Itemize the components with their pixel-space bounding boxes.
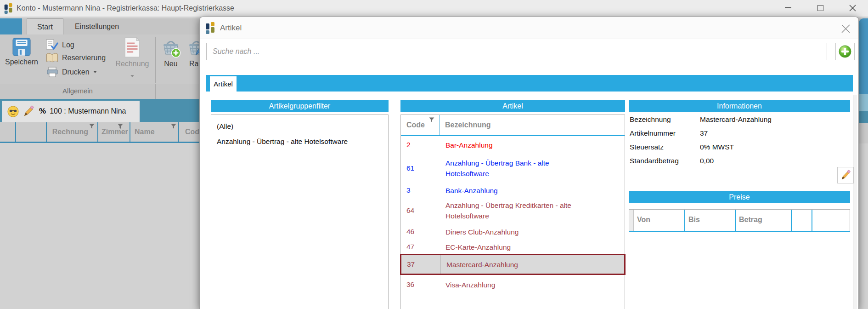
- grid-col-rechnung-label: Rechnung: [52, 128, 88, 136]
- smiley-icon: [7, 106, 19, 117]
- article-row[interactable]: 36 Visa-Anzahlung: [401, 275, 625, 294]
- chevron-down-icon: [130, 75, 134, 77]
- print-button[interactable]: Drucken: [46, 67, 97, 77]
- col-bezeichnung-header[interactable]: Bezeichnung: [440, 115, 625, 135]
- log-label: Log: [62, 41, 74, 49]
- invoice-button[interactable]: Rechnung: [110, 37, 154, 79]
- dialog-tabstrip: Artikel: [206, 75, 853, 92]
- maximize-button[interactable]: [810, 0, 830, 16]
- grid-col-empty1[interactable]: [0, 122, 15, 142]
- article-row[interactable]: 61 Anzahlung - Übertrag Bank - alte Hote…: [401, 154, 625, 183]
- article-row[interactable]: 2 Bar-Anzahlung: [401, 136, 625, 154]
- main-titlebar: Konto - Mustermann Nina - Registrierkass…: [0, 0, 868, 17]
- log-icon: [46, 39, 58, 51]
- col-betrag-header[interactable]: Betrag: [735, 210, 791, 231]
- background-panel-sliver: [859, 94, 868, 111]
- col-code-header[interactable]: Code: [401, 115, 440, 135]
- background-panel-sliver: [859, 123, 868, 143]
- article-name: Anzahlung - Übertrag Bank - alte Hotelso…: [445, 158, 592, 179]
- screen: Konto - Mustermann Nina - Registrierkass…: [0, 0, 868, 309]
- article-code: 46: [401, 228, 440, 236]
- grid-col-empty2[interactable]: [15, 122, 46, 142]
- plus-icon: [838, 45, 852, 58]
- filter-icon[interactable]: [118, 124, 123, 129]
- percent-symbol: %: [39, 107, 46, 116]
- print-icon: [46, 67, 58, 77]
- groups-panel-header: Artikelgruppenfilter: [211, 100, 389, 112]
- file-tab[interactable]: [0, 18, 22, 34]
- filter-icon[interactable]: [89, 124, 95, 129]
- account-text: 100 : Mustermann Nina: [50, 107, 126, 115]
- col-empty-header[interactable]: [791, 210, 812, 231]
- article-name: Anzahlung - Übertrag Kreditkarten - alte…: [445, 200, 592, 221]
- article-row[interactable]: 64 Anzahlung - Übertrag Kreditkarten - a…: [401, 198, 625, 223]
- minimize-button[interactable]: [778, 0, 798, 16]
- article-name: Bank-Anzahlung: [445, 185, 592, 196]
- ribbon-separator: [155, 37, 156, 83]
- reservation-button[interactable]: Reservierung: [46, 53, 106, 63]
- partial-ribbon-button[interactable]: Ra: [186, 38, 199, 68]
- prices-row-indicator: [629, 210, 634, 231]
- group-allgemein-label: Allgemein: [0, 84, 155, 99]
- col-bis-header[interactable]: Bis: [684, 210, 735, 231]
- group-separator: [155, 84, 156, 99]
- edit-pencil-icon: [840, 170, 851, 181]
- grid-col-name[interactable]: Name: [130, 122, 178, 142]
- article-row-selected[interactable]: 37 Mastercard-Anzahlung: [400, 254, 626, 275]
- pencil-icon[interactable]: [23, 105, 34, 117]
- tab-artikel[interactable]: Artikel: [210, 76, 237, 92]
- article-name: EC-Karte-Anzahlung: [445, 242, 592, 252]
- grid-col-rechnung[interactable]: Rechnung: [46, 122, 97, 142]
- invoice-label: Rechnung: [110, 60, 154, 68]
- close-icon: [841, 24, 850, 33]
- invoice-icon: [124, 37, 141, 58]
- article-code: 36: [401, 280, 440, 289]
- close-button[interactable]: [842, 0, 862, 16]
- article-name: Visa-Anzahlung: [445, 280, 592, 290]
- window-title: Konto - Mustermann Nina - Registrierkass…: [17, 0, 234, 17]
- info-value: 0% MWST: [700, 140, 734, 154]
- list-item[interactable]: Anzahlung - Übertrag - alte Hotelsoftwar…: [211, 134, 388, 149]
- article-row[interactable]: 46 Diners Club-Anzahlung: [401, 223, 625, 240]
- account-tab[interactable]: % 100 : Mustermann Nina: [2, 101, 140, 122]
- grid-col-zimmer[interactable]: Zimmer: [97, 122, 130, 142]
- artikel-dialog: Artikel Artikel Artikelgruppenfilter (Al…: [199, 17, 859, 309]
- info-label: Steuersatz: [630, 140, 664, 154]
- article-code: 3: [401, 186, 440, 195]
- col-bezeichnung-label: Bezeichnung: [445, 121, 491, 129]
- tab-einstellungen[interactable]: Einstellungen: [63, 18, 130, 34]
- partial-label: Ra: [186, 60, 199, 68]
- filter-icon[interactable]: [171, 124, 176, 129]
- dialog-titlebar: Artikel: [200, 17, 858, 39]
- log-button[interactable]: Log: [46, 39, 74, 51]
- prices-table: Von Bis Betrag: [629, 209, 850, 232]
- chevron-down-icon[interactable]: [93, 71, 97, 73]
- add-article-button[interactable]: [835, 43, 855, 60]
- search-input[interactable]: [206, 43, 827, 60]
- info-value: Mastercard-Anzahlung: [700, 113, 772, 126]
- close-icon: [849, 5, 856, 11]
- dialog-close-button[interactable]: [840, 23, 851, 34]
- save-icon: [12, 38, 31, 56]
- minimize-icon: [785, 7, 791, 8]
- save-label: Speichern: [4, 58, 39, 66]
- new-basket-icon: [161, 38, 181, 58]
- edit-article-button[interactable]: [837, 167, 854, 183]
- vertical-scrollbar[interactable]: [853, 95, 857, 309]
- app-icon: [206, 22, 215, 34]
- articles-table: Code Bezeichnung 2 Bar-Anzahlung 61 Anza…: [400, 114, 625, 309]
- new-button[interactable]: Neu: [159, 38, 183, 68]
- reservation-icon: [46, 53, 58, 63]
- article-row[interactable]: 3 Bank-Anzahlung: [401, 183, 625, 198]
- filter-icon[interactable]: [429, 117, 434, 123]
- prices-panel-header: Preise: [629, 191, 850, 203]
- background-panel-sliver: [859, 18, 868, 94]
- save-button[interactable]: Speichern: [4, 38, 39, 66]
- tab-start[interactable]: Start: [27, 18, 63, 34]
- reservation-label: Reservierung: [62, 54, 106, 62]
- col-empty-header[interactable]: [812, 210, 850, 231]
- list-item[interactable]: (Alle): [211, 119, 388, 134]
- col-von-header[interactable]: Von: [634, 210, 684, 231]
- app-icon: [4, 3, 13, 14]
- article-row[interactable]: 47 EC-Karte-Anzahlung: [401, 240, 625, 254]
